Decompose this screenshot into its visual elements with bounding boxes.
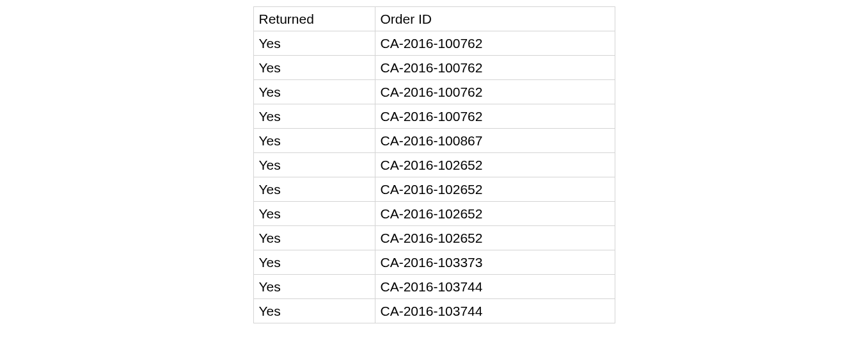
- cell-returned[interactable]: Yes: [253, 250, 375, 275]
- cell-order-id[interactable]: CA-2016-100762: [375, 104, 615, 129]
- cell-returned[interactable]: Yes: [253, 80, 375, 104]
- table-row: Yes CA-2016-102652: [253, 177, 615, 202]
- table-row: Yes CA-2016-100762: [253, 56, 615, 80]
- table-row: Yes CA-2016-102652: [253, 226, 615, 250]
- cell-order-id[interactable]: CA-2016-100867: [375, 129, 615, 153]
- cell-order-id[interactable]: CA-2016-100762: [375, 31, 615, 56]
- cell-returned[interactable]: Yes: [253, 299, 375, 323]
- table-row: Yes CA-2016-102652: [253, 202, 615, 226]
- table-row: Yes CA-2016-103373: [253, 250, 615, 275]
- cell-returned[interactable]: Yes: [253, 177, 375, 202]
- cell-returned[interactable]: Yes: [253, 31, 375, 56]
- cell-order-id[interactable]: CA-2016-100762: [375, 56, 615, 80]
- table-row: Yes CA-2016-103744: [253, 275, 615, 299]
- header-returned[interactable]: Returned: [253, 7, 375, 31]
- cell-order-id[interactable]: CA-2016-102652: [375, 177, 615, 202]
- table-row: Yes CA-2016-103744: [253, 299, 615, 323]
- cell-order-id[interactable]: CA-2016-103744: [375, 275, 615, 299]
- cell-returned[interactable]: Yes: [253, 153, 375, 177]
- cell-returned[interactable]: Yes: [253, 104, 375, 129]
- returns-table[interactable]: Returned Order ID Yes CA-2016-100762 Yes…: [253, 6, 615, 323]
- cell-order-id[interactable]: CA-2016-102652: [375, 202, 615, 226]
- cell-returned[interactable]: Yes: [253, 275, 375, 299]
- table-row: Yes CA-2016-100762: [253, 31, 615, 56]
- cell-order-id[interactable]: CA-2016-100762: [375, 80, 615, 104]
- table-row: Yes CA-2016-100867: [253, 129, 615, 153]
- cell-returned[interactable]: Yes: [253, 202, 375, 226]
- cell-order-id[interactable]: CA-2016-103744: [375, 299, 615, 323]
- cell-returned[interactable]: Yes: [253, 56, 375, 80]
- header-order-id[interactable]: Order ID: [375, 7, 615, 31]
- cell-order-id[interactable]: CA-2016-102652: [375, 153, 615, 177]
- cell-order-id[interactable]: CA-2016-102652: [375, 226, 615, 250]
- table-row: Yes CA-2016-102652: [253, 153, 615, 177]
- table-row: Yes CA-2016-100762: [253, 104, 615, 129]
- cell-returned[interactable]: Yes: [253, 129, 375, 153]
- table-row: Yes CA-2016-100762: [253, 80, 615, 104]
- cell-order-id[interactable]: CA-2016-103373: [375, 250, 615, 275]
- cell-returned[interactable]: Yes: [253, 226, 375, 250]
- table-body: Returned Order ID Yes CA-2016-100762 Yes…: [253, 7, 615, 323]
- header-row: Returned Order ID: [253, 7, 615, 31]
